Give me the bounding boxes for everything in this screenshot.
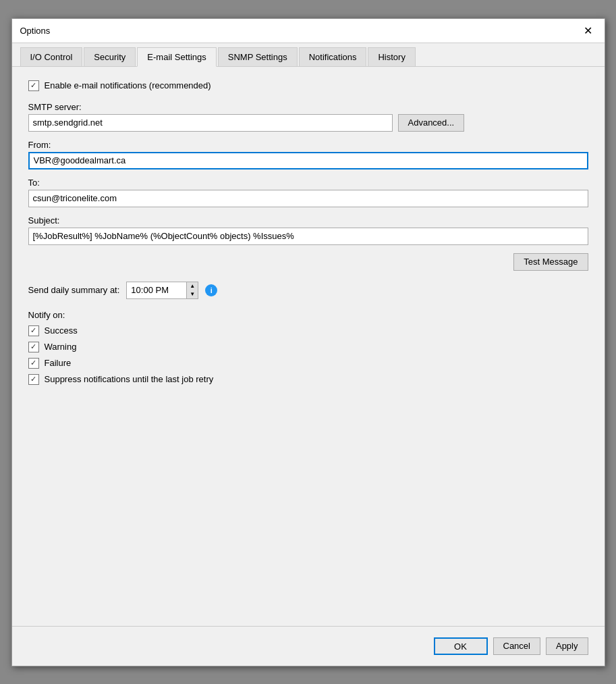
advanced-button[interactable]: Advanced... bbox=[398, 114, 465, 132]
tab-io-control[interactable]: I/O Control bbox=[20, 47, 83, 66]
failure-check-icon: ✓ bbox=[30, 359, 36, 367]
success-checkbox[interactable]: ✓ bbox=[28, 325, 39, 336]
warning-checkbox[interactable]: ✓ bbox=[28, 342, 39, 352]
subject-group: Subject: bbox=[28, 215, 588, 245]
daily-summary-row: Send daily summary at: ▲ ▼ i bbox=[28, 282, 588, 299]
warning-label: Warning bbox=[45, 342, 77, 352]
tab-notifications[interactable]: Notifications bbox=[299, 47, 367, 66]
test-message-row: Test Message bbox=[28, 253, 588, 271]
dialog-title: Options bbox=[20, 26, 51, 36]
send-daily-label: Send daily summary at: bbox=[28, 285, 120, 295]
time-input[interactable] bbox=[126, 282, 187, 299]
notify-section: Notify on: ✓ Success ✓ Warning ✓ Failure bbox=[28, 310, 588, 385]
ok-button[interactable]: OK bbox=[434, 637, 488, 655]
success-check-icon: ✓ bbox=[30, 326, 36, 335]
failure-label: Failure bbox=[45, 358, 72, 368]
check-mark-icon: ✓ bbox=[30, 81, 36, 90]
to-group: To: bbox=[28, 178, 588, 207]
tab-email-settings[interactable]: E-mail Settings bbox=[137, 47, 216, 67]
apply-button[interactable]: Apply bbox=[546, 637, 588, 655]
tab-security[interactable]: Security bbox=[84, 47, 136, 66]
spinner-buttons: ▲ ▼ bbox=[187, 282, 198, 299]
enable-label: Enable e-mail notifications (recommended… bbox=[45, 80, 211, 90]
subject-label: Subject: bbox=[28, 215, 588, 226]
suppress-check-icon: ✓ bbox=[30, 375, 36, 384]
to-label: To: bbox=[28, 178, 588, 188]
time-spinner: ▲ ▼ bbox=[126, 282, 198, 299]
test-message-button[interactable]: Test Message bbox=[513, 253, 588, 271]
tabs-container: I/O Control Security E-mail Settings SNM… bbox=[12, 43, 605, 67]
from-input[interactable] bbox=[28, 152, 588, 169]
notify-suppress-row: ✓ Suppress notifications until the last … bbox=[28, 374, 588, 385]
from-group: From: bbox=[28, 140, 588, 169]
subject-input[interactable] bbox=[28, 228, 588, 245]
suppress-checkbox[interactable]: ✓ bbox=[28, 374, 39, 385]
smtp-group: SMTP server: Advanced... bbox=[28, 102, 588, 132]
notify-success-row: ✓ Success bbox=[28, 325, 588, 336]
info-icon[interactable]: i bbox=[205, 284, 217, 296]
cancel-button[interactable]: Cancel bbox=[493, 637, 540, 655]
notify-failure-row: ✓ Failure bbox=[28, 358, 588, 369]
smtp-input[interactable] bbox=[28, 114, 393, 132]
success-label: Success bbox=[45, 325, 78, 336]
close-button[interactable]: ✕ bbox=[580, 22, 596, 38]
spin-down-button[interactable]: ▼ bbox=[187, 290, 198, 298]
suppress-label: Suppress notifications until the last jo… bbox=[45, 374, 214, 384]
warning-check-icon: ✓ bbox=[30, 342, 36, 351]
enable-checkbox[interactable]: ✓ bbox=[28, 80, 39, 91]
tab-snmp-settings[interactable]: SNMP Settings bbox=[218, 47, 298, 66]
failure-checkbox[interactable]: ✓ bbox=[28, 358, 39, 369]
title-bar: Options ✕ bbox=[12, 19, 605, 43]
dialog-footer: OK Cancel Apply bbox=[12, 626, 605, 666]
options-dialog: Options ✕ I/O Control Security E-mail Se… bbox=[11, 18, 605, 666]
to-input[interactable] bbox=[28, 190, 588, 207]
tab-history[interactable]: History bbox=[368, 47, 415, 66]
spin-up-button[interactable]: ▲ bbox=[187, 282, 198, 290]
smtp-label: SMTP server: bbox=[28, 102, 588, 112]
tab-content: ✓ Enable e-mail notifications (recommend… bbox=[12, 67, 605, 626]
enable-row: ✓ Enable e-mail notifications (recommend… bbox=[28, 80, 588, 91]
notify-on-label: Notify on: bbox=[28, 310, 588, 320]
smtp-row: Advanced... bbox=[28, 114, 588, 132]
from-label: From: bbox=[28, 140, 588, 150]
notify-warning-row: ✓ Warning bbox=[28, 342, 588, 352]
